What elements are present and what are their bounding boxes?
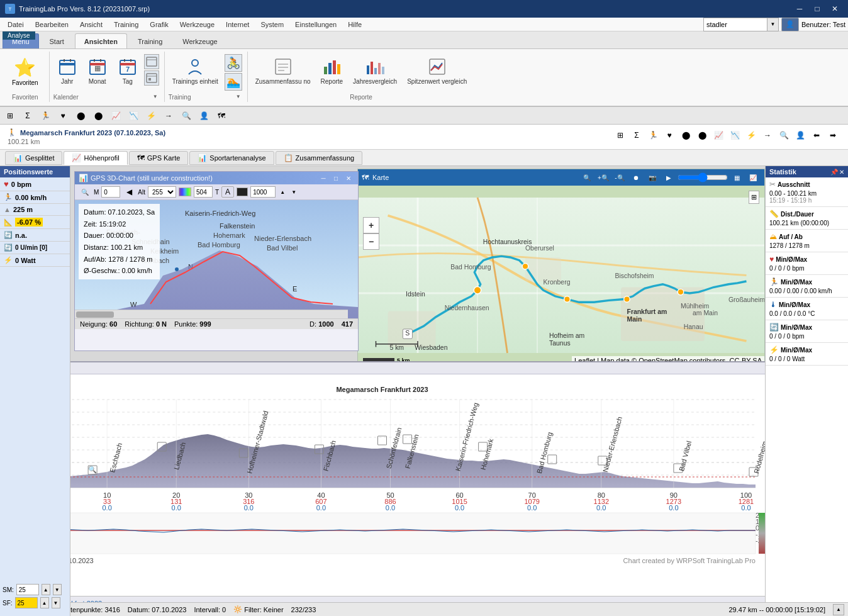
sf-input[interactable] — [15, 597, 38, 608]
subtab-zusammenfassung[interactable]: 📋 Zusammenfassung — [276, 151, 363, 165]
tab-start[interactable]: Start — [40, 33, 74, 48]
user-input[interactable] — [704, 18, 767, 31]
combo-dropdown-arrow[interactable]: ▼ — [767, 18, 778, 31]
subtab-gps[interactable]: 🗺 GPS Karte — [129, 151, 189, 165]
btn-zusammenfassung[interactable]: Zusammenfassu no — [252, 54, 315, 88]
map-tool-2[interactable]: +🔍 — [596, 171, 611, 184]
btn-reporte[interactable]: Reporte — [317, 54, 347, 88]
map-tool-chart[interactable]: 📈 — [745, 171, 761, 184]
act-btn-user2[interactable]: 👤 — [793, 128, 808, 142]
alt-select[interactable]: 255 — [148, 186, 176, 198]
chart3d-maximize[interactable]: □ — [330, 173, 342, 183]
toolbar-btn-user[interactable]: 👤 — [196, 109, 211, 123]
btn-bike-icon[interactable]: 🚴 — [225, 54, 242, 72]
act-btn-nav[interactable]: ⬅ — [809, 128, 824, 142]
favoriten-button[interactable]: ⭐ Favoriten — [6, 54, 44, 89]
scrollbar-thumb[interactable] — [76, 311, 114, 318]
tab-werkzeuge[interactable]: Werkzeuge — [173, 33, 226, 48]
act-btn-heart[interactable]: ♥ — [662, 128, 677, 142]
sm-input[interactable] — [16, 584, 39, 595]
toolbar-btn-chart2[interactable]: 📉 — [126, 109, 141, 123]
map-tool-layers[interactable]: ▦ — [729, 171, 744, 184]
map-tool-5[interactable]: ▶ — [661, 171, 676, 184]
map-tool-camera[interactable]: 📷 — [645, 171, 660, 184]
toolbar-btn-arrow[interactable]: → — [161, 109, 176, 123]
act-btn-grid[interactable]: ⊞ — [613, 128, 628, 142]
dist-input[interactable] — [250, 186, 276, 198]
toolbar-btn-run[interactable]: 🏃 — [38, 109, 53, 123]
btn-monat[interactable]: ▦ Monat — [84, 54, 111, 88]
act-btn-sigma[interactable]: Σ — [629, 128, 644, 142]
chart3d-minimize[interactable]: ─ — [318, 173, 329, 183]
menu-internet[interactable]: Internet — [221, 20, 254, 30]
toolbar-btn-circle[interactable]: ⬤ — [73, 109, 88, 123]
layer-btn[interactable]: ⊞ — [749, 191, 759, 204]
kalender-expand[interactable]: ▼ — [152, 94, 159, 99]
btn-trainingseinheit[interactable]: Trainings einheit — [169, 54, 222, 88]
menu-training[interactable]: Training — [109, 20, 143, 30]
menu-datei[interactable]: Datei — [3, 20, 29, 30]
act-btn-mag[interactable]: 🔍 — [776, 128, 791, 142]
user-combo[interactable]: ▼ — [703, 18, 779, 31]
menu-bearbeiten[interactable]: Bearbeiten — [30, 20, 74, 30]
subtab-hoehenprofil[interactable]: 📈 Höhenprofil — [64, 151, 127, 165]
btn-small-1[interactable] — [144, 54, 159, 69]
act-btn-c2[interactable]: ⬤ — [695, 128, 710, 142]
btn-dist-up[interactable]: ▲ — [278, 186, 287, 198]
btn-spitzenwert[interactable]: Spitzenwert vergleich — [403, 54, 471, 88]
toolbar-btn-search[interactable]: 🔍 — [179, 109, 194, 123]
toolbar-btn-chart[interactable]: 📈 — [108, 109, 123, 123]
close-button[interactable]: ✕ — [827, 3, 843, 15]
act-btn-chart[interactable]: 📈 — [711, 128, 726, 142]
menu-system[interactable]: System — [255, 20, 289, 30]
toolbar-btn-heart[interactable]: ♥ — [55, 109, 70, 123]
sm-down[interactable]: ▼ — [53, 584, 62, 595]
toolbar-btn-map[interactable]: 🗺 — [214, 109, 229, 123]
act-btn-run[interactable]: 🏃 — [645, 128, 661, 142]
act-btn-arrow[interactable]: → — [760, 128, 775, 142]
zoom-in-button[interactable]: + — [363, 217, 379, 233]
act-btn-chart2[interactable]: 📉 — [727, 128, 742, 142]
subtab-gesplittet[interactable]: 📊 Gesplittet — [5, 151, 62, 165]
chart3d-close[interactable]: ✕ — [343, 173, 354, 183]
tab-ansichten[interactable]: Ansichten — [75, 33, 127, 48]
map-slider[interactable] — [678, 172, 728, 182]
btn-run-icon[interactable]: 🏊 — [225, 73, 242, 91]
alt-input[interactable] — [194, 186, 213, 198]
stats-pin[interactable]: 📌 — [830, 168, 838, 176]
minimize-button[interactable]: ─ — [791, 3, 808, 15]
m-input[interactable] — [101, 186, 120, 198]
user-icon-btn[interactable]: 👤 — [781, 18, 799, 31]
maximize-button[interactable]: □ — [809, 3, 825, 15]
subtab-sportarten[interactable]: 📊 Sportartenanalyse — [189, 151, 274, 165]
map-tool-3[interactable]: -🔍 — [612, 171, 627, 184]
chart-scrollbar[interactable] — [75, 310, 348, 318]
menu-werkzeuge[interactable]: Werkzeuge — [175, 20, 220, 30]
act-btn-bolt[interactable]: ⚡ — [744, 128, 759, 142]
sm-up[interactable]: ▲ — [42, 584, 50, 595]
btn-jahr[interactable]: Jahr — [53, 54, 81, 88]
toolbar-btn-bolt[interactable]: ⚡ — [143, 109, 159, 123]
menu-ansicht[interactable]: Ansicht — [75, 20, 108, 30]
btn-dist-down[interactable]: ▼ — [289, 186, 298, 198]
menu-einstellungen[interactable]: Einstellungen — [290, 20, 342, 30]
menu-hilfe[interactable]: Hilfe — [343, 20, 367, 30]
btn-small-2[interactable] — [144, 70, 159, 86]
training-expand[interactable]: ▼ — [235, 94, 242, 99]
map-tool-1[interactable]: 🔍 — [579, 171, 594, 184]
menu-grafik[interactable]: Grafik — [145, 20, 173, 30]
btn-t[interactable]: A — [221, 186, 234, 198]
stats-close[interactable]: ✕ — [839, 168, 844, 176]
toolbar-btn-circle2[interactable]: ⬤ — [91, 109, 106, 123]
toolbar-btn-sigma[interactable]: Σ — [20, 109, 35, 123]
map-tool-record[interactable]: ⏺ — [628, 171, 644, 184]
zoom-out-button[interactable]: − — [363, 233, 379, 250]
sf-up[interactable]: ▲ — [40, 597, 49, 608]
tab-training[interactable]: Training — [128, 33, 172, 48]
btn-arrow-3d[interactable]: ◀ — [123, 186, 135, 198]
act-btn-nav2[interactable]: ➡ — [825, 128, 840, 142]
status-arrow-up[interactable]: ▲ — [833, 604, 844, 615]
btn-jahresvergleich[interactable]: Jahresvergleich — [349, 54, 401, 88]
act-btn-c1[interactable]: ⬤ — [678, 128, 693, 142]
sf-down[interactable]: ▼ — [52, 597, 60, 608]
